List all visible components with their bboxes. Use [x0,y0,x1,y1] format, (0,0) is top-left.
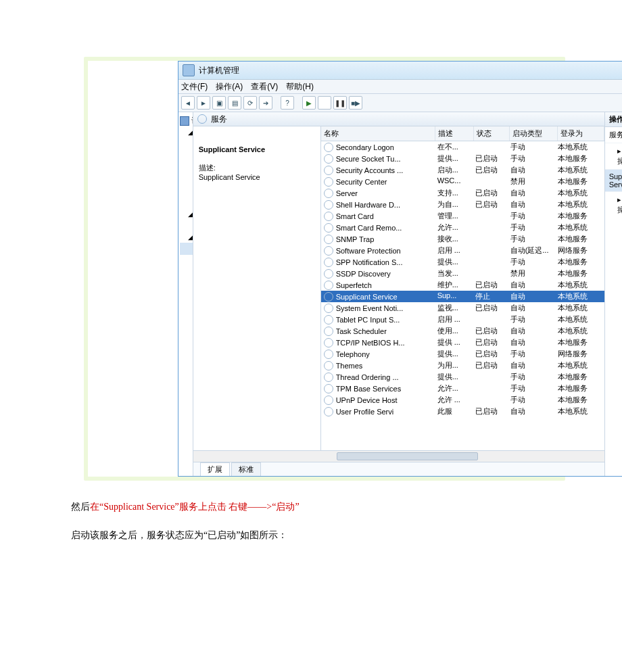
col-desc[interactable]: 描述 [435,126,474,141]
col-status[interactable]: 状态 [474,126,510,141]
center-title: 服务 [211,114,227,125]
pause-service-button[interactable]: ❚❚ [333,96,347,110]
gear-icon [324,304,333,313]
window-title: 计算机管理 [199,65,239,76]
table-row[interactable]: User Profile Servi此服已启动自动本地系统 [321,406,604,417]
tree-services[interactable]: 服务 [180,243,193,255]
table-row[interactable]: Task Scheduler使用...已启动自动本地系统 [321,325,604,337]
tree-storage[interactable]: ◢存储 [180,208,191,220]
instruction-line-1: 然后在“Supplicant Service”服务上点击 右键——>“启动” [71,501,622,513]
tree-systools[interactable]: ◢系统工具 [180,126,191,138]
table-row[interactable]: Tablet PC Input S...启用 ...手动本地系统 [321,314,604,325]
gear-icon [324,212,333,221]
tree-disk-mgmt[interactable]: 磁盘管理 [180,220,193,231]
table-row[interactable]: Thread Ordering ...提供...手动本地服务 [321,371,604,383]
gear-icon [324,327,333,336]
table-row[interactable]: SNMP Trap接收...手动本地服务 [321,233,604,245]
table-row[interactable]: Superfetch维护...已启动自动本地系统 [321,279,604,291]
menu-file[interactable]: 文件(F) [181,81,208,93]
tree-root[interactable]: 计算机管理(本地) [180,115,191,126]
grid-header[interactable]: 名称 描述 状态 启动类型 登录为 [321,126,604,141]
tab-standard[interactable]: 标准 [231,462,261,476]
gear-icon [324,189,333,198]
help-button[interactable]: ? [281,96,294,110]
app-icon [183,64,195,76]
table-row[interactable]: Telephony提供...已启动手动网络服务 [321,348,604,360]
tree-local-users[interactable]: ▹本地用户和组 [180,173,193,185]
detail-desc-label: 描述: [199,163,315,173]
table-row[interactable]: Server支持...已启动自动本地系统 [321,187,604,199]
horizontal-scrollbar[interactable] [193,450,604,462]
export-button[interactable]: ➔ [259,96,272,110]
gear-icon [324,350,333,359]
table-row[interactable]: Themes为用...已启动自动本地系统 [321,360,604,371]
table-row[interactable]: Security Accounts ...启动...已启动自动本地系统 [321,164,604,176]
gear-icon [324,338,333,347]
gear-icon [197,114,207,124]
tree-event-viewer[interactable]: ▹事件查看器 [180,150,193,162]
services-grid[interactable]: 名称 描述 状态 启动类型 登录为 Secondary Logon在不...手动… [321,126,604,450]
tab-extended[interactable]: 扩展 [200,462,230,476]
table-row[interactable]: SPP Notification S...提供...手动本地服务 [321,256,604,268]
actions-more-2[interactable]: ▸ 更多操作 [605,192,622,218]
screenshot-container: 计算机管理 文件(F) 操作(A) 查看(V) 帮助(H) ◄ ► ▣ ▤ ⟳ … [88,61,561,477]
detail-desc-value: Supplicant Service [199,173,315,181]
actions-services[interactable]: 服务 [605,127,622,143]
col-name[interactable]: 名称 [321,126,435,141]
col-start[interactable]: 启动类型 [510,126,558,141]
center-header: 服务 [193,112,604,126]
gear-icon [324,292,333,302]
tree-performance[interactable]: ▹性能 [180,185,193,197]
gear-icon [324,361,333,370]
back-button[interactable]: ◄ [181,96,195,110]
tree-shared-folders[interactable]: ▹共享文件夹 [180,162,193,173]
tree-task-scheduler[interactable]: ▹任务计划程序 [180,138,193,150]
table-row[interactable]: UPnP Device Host允许 ...手动本地服务 [321,394,604,406]
table-row[interactable]: Software Protection启用 ...自动(延迟...网络服务 [321,245,604,256]
start-service-button[interactable]: ▶ [302,96,316,110]
table-row[interactable]: TCP/IP NetBIOS H...提供 ...已启动自动本地服务 [321,337,604,348]
table-row[interactable]: Smart Card管理...手动本地服务 [321,210,604,222]
detail-service-name: Supplicant Service [199,145,315,153]
menu-action[interactable]: 操作(A) [216,81,243,93]
table-row[interactable]: System Event Noti...监视...已启动自动本地系统 [321,302,604,314]
gear-icon [324,269,333,279]
table-row[interactable]: Secure Socket Tu...提供...已启动手动本地服务 [321,153,604,164]
actions-title: 操作 [605,112,622,127]
menu-help[interactable]: 帮助(H) [286,81,314,93]
gear-icon [324,235,333,244]
tree-device-manager[interactable]: 设备管理器 [180,197,193,208]
gear-icon [324,258,333,267]
table-row[interactable]: Supplicant ServiceSup...停止自动本地系统 [321,291,604,302]
gear-icon [324,373,333,382]
gear-icon [324,315,333,325]
scroll-thumb[interactable] [337,452,478,460]
actions-panel: 操作 服务 ▸ 更多操作 Supplicant Service ▸ 更多操作 [604,112,622,476]
stop-service-button[interactable] [318,96,331,110]
actions-supplicant[interactable]: Supplicant Service [605,170,622,192]
table-row[interactable]: TPM Base Services允许...手动本地服务 [321,383,604,394]
table-row[interactable]: Secondary Logon在不...手动本地系统 [321,141,604,153]
table-row[interactable]: Shell Hardware D...为自...已启动自动本地系统 [321,199,604,210]
restart-service-button[interactable]: ■▶ [349,96,362,110]
up-button[interactable]: ▣ [212,96,226,110]
tree-wmi[interactable]: WMI 控件 [180,255,193,266]
col-logon[interactable]: 登录为 [558,126,604,141]
table-row[interactable]: Smart Card Remo...允许...手动本地系统 [321,222,604,233]
gear-icon [324,177,333,187]
actions-more-1[interactable]: ▸ 更多操作 [605,143,622,170]
tree-services-apps[interactable]: ◢服务和应用程序 [180,231,191,243]
table-row[interactable]: Security CenterWSC...禁用本地服务 [321,176,604,187]
nav-tree[interactable]: 计算机管理(本地) ◢系统工具 ▹任务计划程序 ▹事件查看器 ▹共享文件夹 ▹本… [178,112,193,476]
forward-button[interactable]: ► [197,96,210,110]
menu-bar: 文件(F) 操作(A) 查看(V) 帮助(H) [178,80,622,94]
menu-view[interactable]: 查看(V) [251,81,278,93]
refresh-button[interactable]: ⟳ [243,96,257,110]
gear-icon [324,223,333,233]
show-hide-button[interactable]: ▤ [228,96,241,110]
gear-icon [324,143,333,152]
instruction-line-2: 启动该服务之后，服务状态应为“已启动”如图所示： [71,529,622,542]
table-row[interactable]: SSDP Discovery当发...禁用本地服务 [321,268,604,279]
title-bar[interactable]: 计算机管理 [178,62,622,80]
gear-icon [324,166,333,175]
